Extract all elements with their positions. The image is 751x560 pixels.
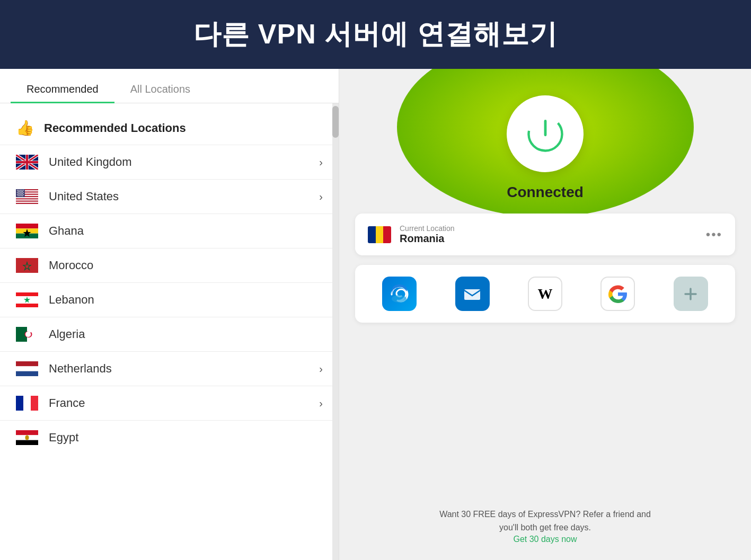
list-item-united-kingdom[interactable]: United Kingdom ›: [0, 145, 339, 179]
list-item-united-states[interactable]: United States ›: [0, 179, 339, 214]
list-item-netherlands[interactable]: Netherlands ›: [0, 351, 339, 386]
svg-point-19: [20, 190, 21, 191]
list-item-lebanon[interactable]: Lebanon: [0, 282, 339, 317]
svg-point-34: [22, 193, 23, 194]
svg-point-22: [17, 191, 19, 192]
list-item-france[interactable]: France ›: [0, 386, 339, 420]
svg-point-23: [19, 191, 20, 192]
location-name-france: France: [49, 396, 308, 410]
add-app-shortcut[interactable]: [674, 277, 708, 311]
thumbs-up-icon: 👍: [16, 119, 34, 137]
svg-rect-13: [16, 197, 38, 198]
current-location-country: Romania: [400, 233, 697, 245]
flag-us: [16, 189, 38, 204]
flag-lebanon: [16, 292, 38, 307]
referral-footer: Want 30 FREE days of ExpressVPN? Refer a…: [339, 508, 751, 544]
google-app-shortcut[interactable]: [600, 277, 635, 311]
connected-label: Connected: [507, 184, 584, 201]
svg-rect-8: [26, 155, 28, 170]
location-name-ghana: Ghana: [49, 224, 323, 238]
main-content: Recommended All Locations 👍 Recommended …: [0, 69, 751, 560]
flag-netherlands: [16, 361, 38, 376]
tabs-container: Recommended All Locations: [0, 69, 339, 103]
right-panel: Connected Current Location Romania •••: [339, 69, 751, 560]
location-name-morocco: Morocco: [49, 259, 323, 272]
chevron-icon-france: ›: [319, 397, 323, 410]
chevron-icon-us: ›: [319, 191, 323, 203]
power-button[interactable]: [507, 95, 584, 172]
svg-point-31: [17, 193, 19, 194]
flag-egypt: [16, 430, 38, 445]
svg-point-43: [22, 195, 23, 197]
svg-point-27: [19, 192, 20, 193]
flag-romania: [368, 226, 391, 243]
svg-rect-48: [16, 258, 38, 273]
svg-point-17: [17, 190, 18, 191]
svg-rect-65: [16, 440, 38, 445]
scroll-thumb[interactable]: [332, 106, 339, 138]
location-name-lebanon: Lebanon: [49, 293, 323, 307]
svg-point-32: [19, 193, 20, 194]
svg-rect-59: [16, 371, 38, 376]
chevron-icon-netherlands: ›: [319, 363, 323, 375]
location-name-uk: United Kingdom: [49, 155, 308, 169]
mail-app-shortcut[interactable]: [455, 277, 490, 311]
svg-rect-44: [16, 224, 38, 228]
wikipedia-w-letter: W: [537, 286, 552, 303]
svg-rect-71: [464, 289, 480, 300]
flag-algeria: [16, 327, 38, 342]
power-button-container: Connected: [507, 95, 584, 201]
svg-rect-58: [16, 366, 38, 371]
referral-link[interactable]: Get 30 days now: [339, 535, 751, 544]
svg-rect-63: [16, 430, 38, 435]
location-name-algeria: Algeria: [49, 327, 323, 341]
wikipedia-app-shortcut[interactable]: W: [528, 277, 562, 311]
svg-rect-51: [16, 292, 38, 296]
flag-uk: [16, 155, 38, 170]
svg-rect-57: [16, 361, 38, 366]
list-item-morocco[interactable]: Morocco: [0, 248, 339, 282]
left-panel: Recommended All Locations 👍 Recommended …: [0, 69, 339, 560]
list-item-ghana[interactable]: Ghana: [0, 214, 339, 248]
list-item-egypt[interactable]: Egypt: [0, 420, 339, 455]
location-list: 👍 Recommended Locations: [0, 103, 339, 560]
svg-point-24: [21, 191, 22, 192]
location-name-netherlands: Netherlands: [49, 362, 308, 376]
app-shortcuts-container: W: [355, 265, 735, 323]
referral-text: Want 30 FREE days of ExpressVPN? Refer a…: [339, 508, 751, 535]
svg-point-35: [17, 194, 18, 195]
svg-point-38: [21, 194, 22, 195]
list-item-algeria[interactable]: Algeria: [0, 317, 339, 351]
chevron-icon-uk: ›: [319, 156, 323, 168]
section-header: 👍 Recommended Locations: [0, 109, 339, 145]
more-options-button[interactable]: •••: [706, 227, 722, 242]
svg-point-39: [23, 194, 24, 195]
location-name-egypt: Egypt: [49, 431, 323, 445]
svg-point-36: [19, 194, 20, 195]
svg-rect-15: [16, 202, 38, 203]
svg-rect-62: [31, 396, 38, 411]
svg-point-29: [21, 192, 22, 193]
flag-ghana: [16, 224, 38, 238]
svg-point-41: [19, 195, 20, 197]
svg-point-25: [22, 191, 23, 192]
scrollbar[interactable]: [332, 103, 339, 560]
svg-rect-61: [23, 396, 31, 411]
svg-point-20: [21, 190, 22, 191]
location-name-us: United States: [49, 190, 308, 203]
banner-text: 다른 VPN 서버에 연결해보기: [193, 16, 557, 53]
section-header-text: Recommended Locations: [44, 121, 186, 135]
current-location-label: Current Location: [400, 224, 697, 233]
svg-point-30: [23, 192, 24, 193]
svg-rect-52: [16, 304, 38, 307]
svg-point-18: [19, 190, 20, 191]
svg-point-26: [17, 192, 18, 193]
svg-point-70: [392, 295, 407, 303]
tab-recommended[interactable]: Recommended: [11, 83, 114, 103]
flag-morocco: [16, 258, 38, 273]
svg-point-37: [20, 194, 21, 195]
tab-all-locations[interactable]: All Locations: [114, 83, 206, 103]
svg-point-33: [21, 193, 22, 194]
svg-rect-14: [16, 199, 38, 200]
edge-app-shortcut[interactable]: [382, 277, 417, 311]
